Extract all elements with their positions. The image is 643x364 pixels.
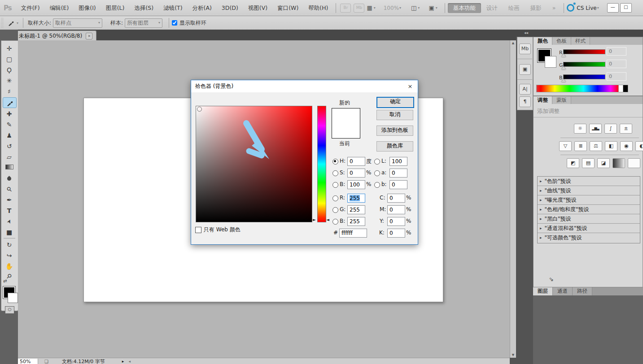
expander-icon[interactable]: ▸ <box>540 207 542 212</box>
chevron-down-icon[interactable]: ▾ <box>399 6 401 10</box>
paragraph-panel-icon[interactable]: ¶ <box>519 96 531 107</box>
character-panel-icon[interactable]: A| <box>519 84 531 95</box>
zoom-percent-field[interactable]: 50% <box>18 359 38 364</box>
chevron-down-icon[interactable]: ▾ <box>436 6 437 10</box>
quick-mask-button[interactable]: ○ <box>5 306 14 314</box>
hue-field[interactable]: 0 <box>347 157 365 166</box>
menu-filter[interactable]: 滤镜(T) <box>158 0 187 16</box>
menu-view[interactable]: 视图(V) <box>243 0 272 16</box>
panel-background-swatch[interactable] <box>545 56 556 68</box>
sample-dropdown[interactable]: 所有图层 ▾ <box>125 18 162 28</box>
vertical-scrollbar[interactable]: ▲ ▼ <box>510 40 516 358</box>
eyedropper-options-icon[interactable] <box>5 18 16 28</box>
workspace-essentials-button[interactable]: 基本功能 <box>448 3 481 13</box>
clone-stamp-tool[interactable]: ♟ <box>3 130 16 140</box>
orbit-3d-tool[interactable]: ↪ <box>3 251 16 260</box>
scroll-down-icon[interactable]: ▼ <box>510 353 516 357</box>
invert-icon[interactable]: ◩ <box>567 158 579 168</box>
red-radio[interactable] <box>332 195 338 201</box>
ok-button[interactable]: 确定 <box>376 97 414 108</box>
black-field[interactable]: 0 <box>387 229 405 238</box>
tab-channels[interactable]: 通道 <box>553 287 573 295</box>
lab-a-radio[interactable] <box>374 170 380 176</box>
spectrum-black-swatch[interactable] <box>623 85 628 92</box>
chevron-down-icon[interactable]: ▾ <box>17 21 18 25</box>
tab-paths[interactable]: 路径 <box>573 287 592 295</box>
expand-panels-icon[interactable]: ◂◂ <box>524 30 528 36</box>
healing-brush-tool[interactable]: ✚ <box>3 109 16 119</box>
swap-colors-icon[interactable]: ⇄ <box>3 278 7 283</box>
workspace-painting-button[interactable]: 绘画 <box>503 3 525 13</box>
cyan-field[interactable]: 0 <box>387 194 405 203</box>
add-to-swatches-button[interactable]: 添加到色板 <box>376 126 413 136</box>
color-balance-icon[interactable]: ⚖ <box>590 141 602 151</box>
expander-icon[interactable]: ▸ <box>540 188 542 193</box>
blue-slider-thumb[interactable] <box>561 79 566 82</box>
bridge-button[interactable]: Br <box>340 4 351 13</box>
crop-tool[interactable]: ♯ <box>3 87 16 96</box>
color-libraries-button[interactable]: 颜色库 <box>376 141 413 152</box>
blue-slider[interactable] <box>563 74 605 79</box>
menu-layer[interactable]: 图层(L) <box>101 0 130 16</box>
preset-exposure[interactable]: ▸"曝光度"预设 <box>538 195 640 205</box>
menu-file[interactable]: 文件(F) <box>16 0 45 16</box>
vibrance-icon[interactable]: ▽ <box>559 141 572 151</box>
red-value-field[interactable]: 0 <box>607 47 626 56</box>
hex-field[interactable]: ffffff <box>339 229 367 238</box>
eraser-tool[interactable]: ▱ <box>3 152 16 162</box>
return-to-adjustment-list-icon[interactable]: ⇘ <box>549 276 554 282</box>
clone-source-panel-icon[interactable]: ▣ <box>519 64 531 75</box>
workspace-photography-button[interactable]: 摄影 <box>525 3 547 13</box>
channel-mixer-icon[interactable]: ◐ <box>635 141 643 151</box>
magenta-field[interactable]: 0 <box>387 205 405 214</box>
cancel-button[interactable]: 取消 <box>376 110 413 120</box>
zoom-level-label[interactable]: 100% <box>384 5 399 11</box>
menu-select[interactable]: 选择(S) <box>129 0 158 16</box>
expander-icon[interactable]: ▸ <box>540 198 542 202</box>
background-color-swatch[interactable] <box>8 293 18 303</box>
status-page-icon[interactable]: ❏ <box>44 359 48 364</box>
color-spectrum-ramp[interactable] <box>536 85 619 92</box>
grip-handle[interactable] <box>1 18 4 28</box>
minimize-button[interactable]: — <box>607 3 619 13</box>
expander-icon[interactable]: ▸ <box>540 217 542 221</box>
menu-edit[interactable]: 编辑(E) <box>45 0 74 16</box>
green-slider[interactable] <box>563 62 605 67</box>
selective-color-icon[interactable] <box>628 158 640 168</box>
menu-3d[interactable]: 3D(D) <box>217 0 243 16</box>
move-tool[interactable]: ✛ <box>3 43 16 53</box>
gradient-map-icon[interactable] <box>612 158 625 168</box>
scroll-left-icon[interactable]: ◂ <box>128 359 131 364</box>
eyedropper-tool[interactable] <box>3 97 17 108</box>
preset-levels[interactable]: ▸"色阶"预设 <box>538 177 640 186</box>
layout-grid-icon[interactable]: ▦ <box>367 4 372 11</box>
hue-radio[interactable] <box>332 159 338 165</box>
levels-icon[interactable]: ▂▆▃ <box>589 124 602 134</box>
rectangle-tool[interactable]: ■ <box>3 227 16 237</box>
threshold-icon[interactable]: ◪ <box>597 158 610 168</box>
brightness-radio[interactable] <box>332 182 338 188</box>
preset-curves[interactable]: ▸"曲线"预设 <box>538 186 640 195</box>
lab-a-field[interactable]: 0 <box>389 169 407 178</box>
history-brush-tool[interactable]: ↺ <box>3 141 16 151</box>
chevron-down-icon[interactable]: ▾ <box>418 6 420 10</box>
green-radio[interactable] <box>332 207 338 213</box>
gradient-tool[interactable] <box>3 163 16 173</box>
yellow-field[interactable]: 0 <box>387 217 405 226</box>
document-tab[interactable]: 未标题-1 @ 50%(RGB/8) × <box>15 30 96 41</box>
quick-selection-tool[interactable]: ✳ <box>3 76 16 86</box>
close-tab-icon[interactable]: × <box>86 33 92 39</box>
blue-radio[interactable] <box>332 219 338 225</box>
green-field[interactable]: 255 <box>347 205 365 214</box>
saturation-radio[interactable] <box>332 170 338 176</box>
hue-saturation-icon[interactable]: ≣ <box>574 141 587 151</box>
saturation-field[interactable]: 0 <box>347 169 365 178</box>
curves-icon[interactable]: ∫ <box>604 124 617 134</box>
menu-analysis[interactable]: 分析(A) <box>188 0 217 16</box>
preset-channel-mixer[interactable]: ▸"通道混和器"预设 <box>538 224 640 233</box>
maximize-button[interactable]: □ <box>620 3 632 13</box>
lab-b-radio[interactable] <box>374 182 380 188</box>
show-sampling-ring-checkbox[interactable] <box>172 20 177 26</box>
menu-help[interactable]: 帮助(H) <box>303 0 333 16</box>
black-white-icon[interactable]: ◧ <box>605 141 617 151</box>
